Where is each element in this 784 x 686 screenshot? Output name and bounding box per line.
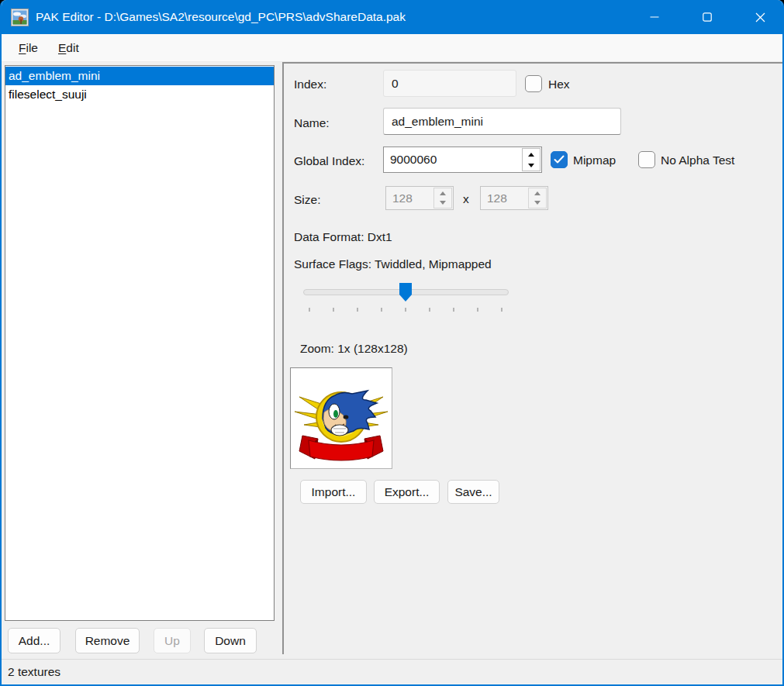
menu-edit[interactable]: Edit xyxy=(48,37,89,59)
texture-preview-image xyxy=(292,369,391,468)
title-bar: PAK Editor - D:\Games\SA2\resource\gd_PC… xyxy=(2,0,782,34)
global-index-down-button[interactable] xyxy=(523,160,540,171)
menu-file[interactable]: File xyxy=(9,37,48,59)
mip-slider-thumb[interactable] xyxy=(399,283,412,302)
import-button[interactable]: Import... xyxy=(300,480,367,504)
size-separator: x xyxy=(463,192,469,206)
surface-flags-label: Surface Flags: Twiddled, Mipmapped xyxy=(294,257,492,271)
export-button[interactable]: Export... xyxy=(374,480,440,504)
texture-count-label: 2 textures xyxy=(8,665,60,679)
spin-up-icon xyxy=(534,191,541,195)
save-button[interactable]: Save... xyxy=(447,480,499,504)
size-width-spinner: 128 xyxy=(385,186,454,210)
pak-editor-window: PAK Editor - D:\Games\SA2\resource\gd_PC… xyxy=(0,0,784,686)
global-index-spinner[interactable]: 9000060 xyxy=(383,147,542,173)
global-index-label: Global Index: xyxy=(294,154,364,168)
maximize-icon xyxy=(703,12,712,22)
menu-bar: File Edit xyxy=(2,34,782,62)
index-field: 0 xyxy=(383,70,516,97)
index-label: Index: xyxy=(294,78,326,91)
window-title: PAK Editor - D:\Games\SA2\resource\gd_PC… xyxy=(36,10,406,24)
status-bar: 2 textures xyxy=(2,659,782,684)
remove-button[interactable]: Remove xyxy=(75,628,140,653)
check-icon xyxy=(554,155,565,164)
data-format-label: Data Format: Dxt1 xyxy=(294,230,392,244)
list-item-fileselect-suuji[interactable]: fileselect_suuji xyxy=(5,85,274,104)
no-alpha-test-label: No Alpha Test xyxy=(661,153,734,167)
texture-details-panel: Index: 0 Hex Name: ad_emblem_mini Global… xyxy=(282,62,782,654)
close-button[interactable] xyxy=(742,4,778,30)
list-item-ad-emblem-mini[interactable]: ad_emblem_mini xyxy=(5,67,274,85)
up-button: Up xyxy=(154,628,191,653)
size-height-spinner: 128 xyxy=(480,186,548,210)
hex-checkbox[interactable] xyxy=(525,75,542,92)
spin-down-icon xyxy=(440,201,446,205)
texture-preview-box xyxy=(290,367,392,469)
mipmap-checkbox-label: Mipmap xyxy=(573,153,616,167)
close-icon xyxy=(755,12,765,22)
spin-up-icon xyxy=(440,191,446,195)
name-label: Name: xyxy=(294,116,330,130)
no-alpha-test-checkbox[interactable] xyxy=(638,151,655,168)
app-icon xyxy=(11,9,29,26)
name-input[interactable]: ad_emblem_mini xyxy=(383,108,621,135)
global-index-up-button[interactable] xyxy=(523,149,540,160)
client-area: ad_emblem_mini fileselect_suuji Add... R… xyxy=(2,62,782,659)
add-button[interactable]: Add... xyxy=(8,628,60,653)
mip-slider-ticks xyxy=(309,308,503,312)
minimize-icon xyxy=(650,12,659,22)
spin-down-icon xyxy=(528,164,534,167)
zoom-level-label: Zoom: 1x (128x128) xyxy=(300,342,408,356)
size-label: Size: xyxy=(294,193,320,207)
spin-down-icon xyxy=(534,201,541,205)
maximize-button[interactable] xyxy=(689,4,725,30)
texture-listbox[interactable]: ad_emblem_mini fileselect_suuji xyxy=(5,65,275,621)
mipmap-checkbox[interactable] xyxy=(551,151,568,168)
window-controls xyxy=(620,0,778,34)
spin-up-icon xyxy=(528,153,534,157)
hex-checkbox-label: Hex xyxy=(548,78,570,91)
down-button[interactable]: Down xyxy=(204,628,257,653)
minimize-button[interactable] xyxy=(637,4,672,30)
